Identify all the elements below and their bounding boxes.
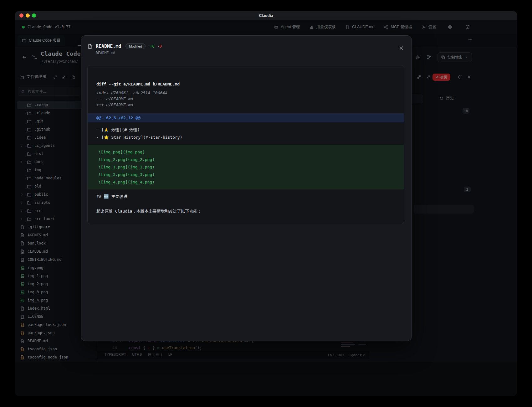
diff-context-lines: - [🙏 致谢](#-致谢)- [⭐ Star History](#-star-… [88,126,404,141]
diff-context-line: - [⭐ Star History](#-star-history) [96,134,395,141]
diff-trailing-lines: ## 🆕 主要改进相比原版 Claudia，本版本主要新增和改进了以下功能： [88,193,404,214]
window-title: Claudia [15,11,517,20]
diff-viewer: diff --git a/README.md b/README.md index… [87,65,404,224]
file-diff-icon [87,44,93,49]
diff-meta-line: --- a/README.md [96,96,395,102]
diff-header-line: diff --git a/README.md b/README.md [96,81,395,87]
diff-added-line: ![img_1.png](img_1.png) [88,163,404,171]
close-icon[interactable] [399,45,404,51]
diff-meta-lines: index d76086f..c0c2514 100644--- a/READM… [88,90,404,108]
additions-count: +6 [150,44,155,49]
diff-added-line: ![img.png](img.png) [88,148,404,156]
modified-status-badge: Modified [125,43,146,49]
diff-hunk-header: @@ -62,6 +62,12 @@ [88,113,404,122]
diff-meta-line: index d76086f..c0c2514 100644 [96,90,395,96]
diff-trailing-line: ## 🆕 主要改进 [96,193,395,199]
modal-header: README.md Modified +6 -0 README.md [81,36,412,55]
diff-trailing-line: 相比原版 Claudia，本版本主要新增和改进了以下功能： [96,208,395,214]
screen: Claudia Claude Code v1.0.77 Agent 管理用量仪表… [0,0,532,407]
diff-added-line: ![img_3.png](img_3.png) [88,171,404,178]
diff-context-line: - [🙏 致谢](#-致谢) [96,126,395,134]
diff-added-block: ![img.png](img.png)![img_2.png](img_2.pn… [88,145,404,189]
titlebar: Claudia [15,11,517,20]
diff-added-line: ![img_4.png](img_4.png) [88,178,404,186]
modal-title: README.md [96,44,121,49]
diff-added-line: ![img_2.png](img_2.png) [88,156,404,163]
app-window: Claudia Claude Code v1.0.77 Agent 管理用量仪表… [15,11,517,396]
diff-meta-line: +++ b/README.md [96,102,395,108]
deletions-count: -0 [157,44,162,49]
modal-subtitle: README.md [96,51,396,55]
diff-modal: README.md Modified +6 -0 README.md diff … [81,35,412,341]
